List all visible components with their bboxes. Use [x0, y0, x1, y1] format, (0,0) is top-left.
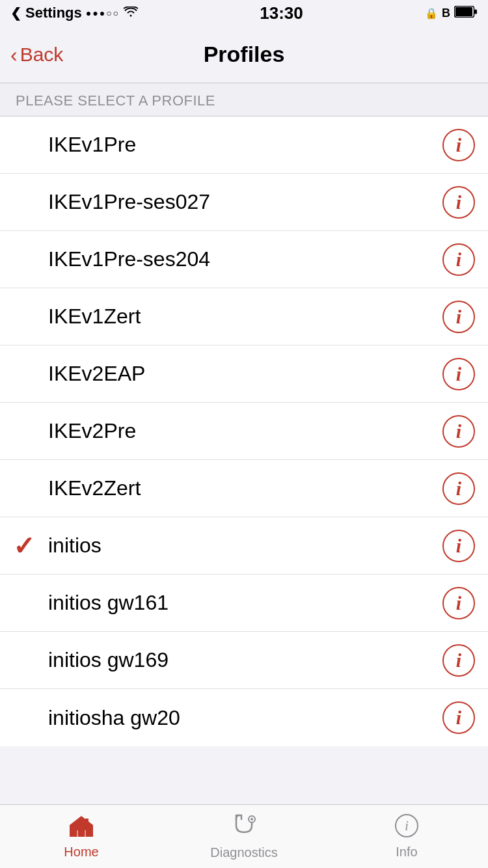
info-icon: i [456, 593, 461, 613]
list-item[interactable]: ✓IKEv1Zerti [0, 288, 488, 346]
info-icon: i [456, 708, 461, 727]
profile-name: IKEv1Pre-ses204 [46, 247, 442, 271]
info-button[interactable]: i [442, 644, 475, 677]
info-icon: i [456, 307, 461, 327]
status-left: ❮ Settings ●●●○○ [10, 5, 138, 21]
profile-list: ✓IKEv1Prei✓IKEv1Pre-ses027i✓IKEv1Pre-ses… [0, 116, 488, 746]
svg-rect-4 [85, 819, 88, 824]
back-label: Back [20, 44, 64, 66]
info-icon: i [456, 479, 461, 498]
tab-home-label: Home [64, 845, 98, 860]
list-item[interactable]: ✓initios gw169i [0, 632, 488, 689]
list-item[interactable]: ✓IKEv1Pre-ses204i [0, 231, 488, 288]
info-button[interactable]: i [442, 472, 475, 505]
tab-diagnostics-label: Diagnostics [210, 845, 277, 860]
back-arrow-icon: ❮ [10, 5, 21, 21]
profile-name: IKEv2Pre [46, 419, 442, 443]
info-button[interactable]: i [442, 301, 475, 333]
profile-name: IKEv2EAP [46, 362, 442, 386]
svg-rect-2 [474, 9, 477, 14]
app-name: Settings [25, 5, 82, 21]
svg-rect-1 [455, 7, 472, 16]
bluetooth-icon: B [442, 7, 450, 20]
info-button[interactable]: i [442, 530, 475, 562]
svg-text:i: i [405, 819, 409, 833]
list-item[interactable]: ✓IKEv2Prei [0, 403, 488, 460]
page-title: Profiles [204, 42, 285, 67]
profile-name: IKEv1Pre-ses027 [46, 190, 442, 214]
status-bar: ❮ Settings ●●●○○ 13:30 🔒 B [0, 0, 488, 26]
lock-icon: 🔒 [425, 7, 438, 20]
info-icon: i [456, 364, 461, 384]
stethoscope-icon [231, 813, 257, 843]
tab-bar: Home Diagnostics i Info [0, 804, 488, 868]
profile-name: IKEv1Pre [46, 133, 442, 157]
battery-icon [454, 6, 478, 21]
list-item[interactable]: ✓initiosi [0, 517, 488, 575]
info-button[interactable]: i [442, 587, 475, 619]
signal-dots: ●●●○○ [86, 8, 120, 18]
info-button[interactable]: i [442, 129, 475, 161]
home-icon [67, 813, 96, 842]
info-icon: i [456, 250, 461, 269]
checkmark-icon: ✓ [13, 531, 46, 561]
tab-home[interactable]: Home [0, 805, 163, 868]
svg-rect-3 [77, 830, 85, 837]
info-button[interactable]: i [442, 701, 475, 734]
section-header: PLEASE SELECT A PROFILE [0, 83, 488, 116]
profile-name: IKEv2Zert [46, 476, 442, 500]
profile-name: initiosha gw20 [46, 706, 442, 730]
profile-name: initios [46, 534, 442, 558]
info-icon: i [456, 536, 461, 556]
info-tab-icon: i [394, 813, 419, 842]
profile-name: IKEv1Zert [46, 305, 442, 329]
svg-point-6 [251, 818, 253, 821]
info-button[interactable]: i [442, 358, 475, 390]
list-item[interactable]: ✓IKEv1Prei [0, 116, 488, 174]
info-icon: i [456, 135, 461, 155]
profile-name: initios gw169 [46, 648, 442, 672]
info-button[interactable]: i [442, 243, 475, 276]
back-button[interactable]: ‹ Back [10, 44, 63, 66]
content-area: PLEASE SELECT A PROFILE ✓IKEv1Prei✓IKEv1… [0, 83, 488, 804]
wifi-icon [124, 7, 138, 20]
nav-bar: ‹ Back Profiles [0, 26, 488, 83]
list-item[interactable]: ✓initios gw161i [0, 575, 488, 632]
status-time: 13:30 [260, 3, 303, 23]
tab-diagnostics[interactable]: Diagnostics [163, 805, 325, 868]
info-button[interactable]: i [442, 186, 475, 219]
info-icon: i [456, 193, 461, 212]
list-item[interactable]: ✓IKEv2Zerti [0, 460, 488, 517]
list-item[interactable]: ✓initiosha gw20i [0, 689, 488, 746]
info-button[interactable]: i [442, 415, 475, 448]
tab-info[interactable]: i Info [325, 805, 488, 868]
list-item[interactable]: ✓IKEv1Pre-ses027i [0, 174, 488, 231]
back-chevron-icon: ‹ [10, 44, 18, 65]
list-item[interactable]: ✓IKEv2EAPi [0, 346, 488, 403]
tab-info-label: Info [396, 845, 417, 860]
info-icon: i [456, 422, 461, 441]
info-icon: i [456, 651, 461, 670]
profile-name: initios gw161 [46, 591, 442, 615]
status-right: 🔒 B [425, 6, 478, 21]
